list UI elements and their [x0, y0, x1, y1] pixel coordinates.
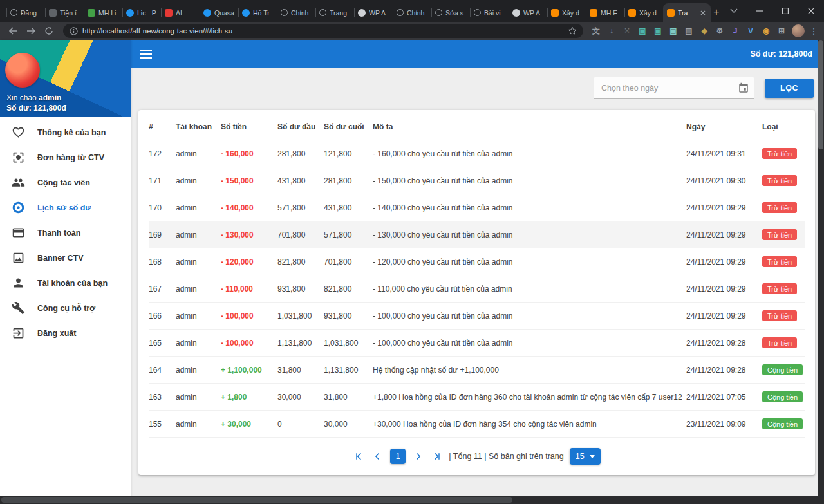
screen-icon-a[interactable]: ▣ [636, 24, 649, 37]
sidebar-item-banner[interactable]: Banner CTV [0, 245, 131, 270]
cell-amount: - 160,000 [221, 140, 277, 167]
v-ext-icon[interactable]: V [744, 24, 757, 37]
browser-tab[interactable]: Chỉnh [393, 3, 431, 22]
horizontal-scrollbar-thumb[interactable] [1, 497, 512, 503]
j-ext-icon[interactable]: J [729, 24, 742, 37]
screen-icon-b[interactable]: ▣ [651, 24, 664, 37]
tab-favicon-icon [358, 9, 366, 17]
refresh-icon[interactable] [41, 23, 57, 39]
browser-tab[interactable]: WP A [354, 3, 393, 22]
table-row: 171 admin - 150,000 431,800 281,800 - 15… [149, 167, 805, 194]
tab-favicon-icon [242, 9, 250, 17]
tab-close-icon[interactable] [699, 9, 707, 17]
last-page-icon[interactable] [430, 450, 443, 463]
cell-start-balance: 431,800 [277, 167, 324, 194]
browser-tab[interactable]: Lic - P [122, 3, 161, 22]
address-bar[interactable]: http://localhost/aff-new/cong-tac-vien/#… [63, 24, 583, 38]
calendar-icon[interactable] [738, 82, 749, 94]
sidebar-item-payment[interactable]: Thanh toán [0, 220, 131, 245]
current-page-button[interactable]: 1 [390, 449, 406, 464]
sidebar-item-tools[interactable]: Công cụ hỗ trợ [0, 295, 131, 321]
puzzle-icon[interactable]: ⊞ [775, 24, 788, 37]
horizontal-scrollbar[interactable] [0, 496, 824, 504]
sidebar-item-account[interactable]: Tài khoản của bạn [0, 270, 131, 295]
media-icon[interactable]: ▤ [682, 24, 695, 37]
new-tab-button[interactable]: + [713, 4, 720, 21]
browser-tab[interactable]: Xây d [547, 3, 586, 22]
vertical-scrollbar-thumb[interactable] [818, 40, 823, 149]
pagination: 1 | Tổng 11 | Số bản ghi trên trang 15 [149, 448, 805, 465]
pin-icon[interactable]: ◆ [698, 24, 711, 37]
per-page-select[interactable]: 15 [570, 448, 601, 465]
table-header-row: # Tài khoản Số tiền Số dư đầu Số dư cuối… [149, 113, 805, 140]
cell-description: Hệ thống cập nhật số dư +1,100,000 [373, 357, 686, 384]
back-icon[interactable] [5, 23, 21, 39]
prev-page-icon[interactable] [371, 450, 384, 463]
vertical-scrollbar[interactable] [818, 40, 824, 496]
cell-end-balance: 121,800 [324, 140, 373, 167]
apps-grid-icon[interactable]: ⁙ [621, 24, 633, 37]
close-button[interactable] [798, 0, 824, 22]
browser-tab[interactable]: AI [161, 3, 200, 22]
person-icon [12, 276, 25, 290]
sidebar-item-stats[interactable]: Thống kê của bạn [0, 120, 131, 145]
menu-item-label: Tài khoản của bạn [37, 279, 108, 288]
gear-icon[interactable]: ⚙ [713, 24, 726, 37]
browser-tab[interactable]: Xây d [624, 3, 663, 22]
cell-date: 24/11/2021 09:28 [686, 330, 762, 357]
minimize-button[interactable] [747, 0, 772, 22]
screen-icon-c[interactable]: ▣ [667, 24, 680, 37]
sidebar-item-collaborators[interactable]: Cộng tác viên [0, 170, 131, 195]
browser-tab[interactable]: Bài vi [470, 3, 509, 22]
cell-end-balance: 30,000 [324, 411, 373, 438]
browser-tab[interactable]: Quasa [200, 3, 238, 22]
date-filter-field[interactable] [594, 77, 754, 99]
cell-type: Trừ tiền [762, 167, 805, 194]
browser-tab[interactable]: Hồ Tr [238, 3, 277, 22]
cell-account: admin [176, 194, 221, 221]
bookmark-star-icon[interactable] [568, 26, 577, 35]
first-page-icon[interactable] [353, 450, 366, 463]
table-row: 169 admin - 130,000 701,800 571,800 - 13… [149, 221, 805, 248]
menu-item-label: Đơn hàng từ CTV [37, 153, 104, 162]
sidebar-item-ctv-orders[interactable]: Đơn hàng từ CTV [0, 145, 131, 170]
browser-tab[interactable]: MH Li [84, 3, 122, 22]
url-text[interactable]: http://localhost/aff-new/cong-tac-vien/#… [82, 27, 563, 35]
sidebar-item-balance-history[interactable]: Lịch sử số dư [0, 195, 131, 220]
sidebar-item-logout[interactable]: Đăng xuất [0, 321, 131, 346]
menu-toggle-button[interactable] [140, 49, 152, 59]
browser-tab[interactable]: Tiện í [45, 3, 84, 22]
tools-icon [12, 301, 25, 315]
browser-tab[interactable]: Đăng [6, 3, 45, 22]
profile-avatar[interactable] [792, 24, 805, 37]
forward-icon[interactable] [23, 23, 39, 39]
table-row: 163 admin + 1,800 30,000 31,800 +1,800 H… [149, 384, 805, 411]
browser-menu-icon[interactable]: ⋮ [809, 26, 819, 36]
browser-tab[interactable]: Chỉnh [277, 3, 315, 22]
tab-favicon-icon [10, 9, 17, 16]
menu-item-label: Lịch sử số dư [37, 203, 91, 212]
filter-button[interactable]: LỌC [765, 79, 814, 98]
browser-tab[interactable]: Trang [315, 3, 354, 22]
type-badge: Cộng tiền [762, 364, 803, 375]
browser-tab[interactable]: WP A [509, 3, 547, 22]
browser-tab[interactable]: MH E [586, 3, 624, 22]
cell-date: 24/11/2021 09:29 [686, 248, 762, 275]
site-info-icon[interactable] [70, 27, 78, 35]
maximize-button[interactable] [772, 0, 798, 22]
next-page-icon[interactable] [411, 450, 424, 463]
cell-date: 24/11/2021 09:30 [686, 167, 762, 194]
tab-search-icon[interactable] [721, 0, 747, 22]
cell-end-balance: 1,031,800 [324, 330, 373, 357]
date-filter-input[interactable] [601, 84, 738, 93]
monkey-icon[interactable]: ◉ [760, 24, 772, 37]
browser-tab[interactable]: Sửa s [431, 3, 470, 22]
focus-icon [12, 151, 25, 164]
cell-description: - 160,000 cho yêu cầu rút tiền của admin [373, 140, 686, 167]
browser-tab[interactable]: Tra [663, 3, 711, 22]
topbar-balance: Số dư: 121,800đ [750, 50, 812, 59]
tab-title: Tra [678, 9, 696, 17]
translate-icon[interactable]: 文 [590, 24, 603, 37]
download-icon[interactable]: ↓ [605, 24, 618, 37]
cell-type: Cộng tiền [762, 357, 805, 384]
